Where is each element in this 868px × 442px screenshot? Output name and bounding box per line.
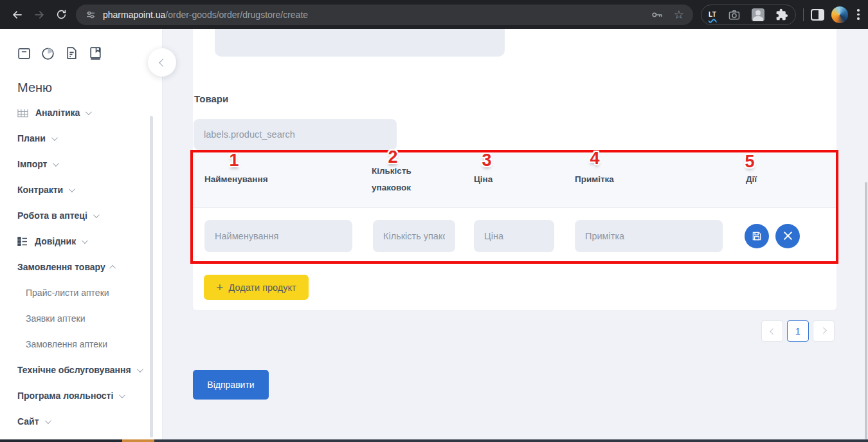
products-section-title: Товари	[194, 93, 228, 104]
pagination-next-button[interactable]	[813, 320, 835, 342]
page-scrollbar[interactable]	[865, 182, 867, 439]
pagination-prev-button[interactable]	[761, 320, 783, 342]
sidebar-item-loyalty[interactable]: Програма лояльності	[0, 383, 153, 409]
annotation-2: 2	[388, 147, 397, 167]
sidebar-shortcut-icons	[16, 45, 104, 61]
url-path: /order-goods/order/drugstore/create	[165, 10, 308, 20]
sidebar-item-analytics[interactable]: Аналітика	[0, 109, 153, 125]
column-header-note: Примітка	[563, 171, 734, 188]
extensions-puzzle-icon[interactable]	[775, 8, 788, 21]
sidebar-item-goods-order[interactable]: Замовлення товару	[0, 254, 153, 280]
chevron-left-icon	[770, 328, 776, 335]
sidebar-item-pharmacy-pricelists[interactable]: Прайс-листи аптеки	[0, 280, 153, 306]
main-content: Товари Найменування Кількість упаковок Ц…	[163, 29, 868, 442]
submit-button[interactable]: Відправити	[193, 370, 269, 400]
url-text: pharmapoint.ua/order-goods/order/drugsto…	[103, 10, 308, 20]
languagetool-extension-icon[interactable]: LT	[709, 11, 716, 18]
chevron-left-icon	[159, 59, 167, 67]
bookmark-star-icon[interactable]: ☆	[674, 9, 684, 21]
chevron-down-icon	[93, 212, 100, 218]
pagination: 1	[761, 320, 835, 342]
product-input-row	[193, 207, 836, 264]
product-search-input[interactable]	[194, 119, 397, 150]
save-floppy-icon	[751, 230, 763, 242]
save-row-button[interactable]	[745, 224, 769, 248]
toolbar-divider	[803, 8, 804, 21]
bottom-window-edge	[0, 439, 868, 442]
sidebar-scrollbar[interactable]	[150, 116, 153, 437]
archive-box-icon[interactable]	[16, 45, 32, 61]
list-icon	[17, 237, 28, 246]
sidebar-item-plans[interactable]: Плани	[0, 125, 153, 151]
sidebar-collapse-button[interactable]	[148, 48, 176, 77]
products-card: Товари Найменування Кількість упаковок Ц…	[193, 84, 836, 310]
sidebar-item-maintenance[interactable]: Технічне обслуговування	[0, 357, 153, 383]
url-domain: pharmapoint.ua	[103, 10, 165, 20]
sidebar-item-pharmacy-work[interactable]: Робота в аптеці	[0, 203, 153, 228]
side-panel-icon[interactable]	[811, 9, 824, 21]
document-icon[interactable]	[64, 45, 80, 61]
product-note-input[interactable]	[575, 220, 723, 252]
screen: pharmapoint.ua/order-goods/order/drugsto…	[0, 0, 868, 442]
chevron-down-icon	[86, 109, 92, 115]
sidebar-menu-title: Меню	[17, 80, 52, 95]
address-bar[interactable]: pharmapoint.ua/order-goods/order/drugsto…	[76, 5, 693, 25]
back-icon	[11, 8, 24, 21]
bottom-edge-orange-segment	[122, 439, 154, 442]
add-product-button[interactable]: + Додати продукт	[204, 275, 309, 300]
sidebar: Меню Аналітика Плани Імпорт Контракти Ро…	[0, 29, 163, 439]
pie-chart-icon[interactable]	[40, 45, 56, 61]
browser-toolbar: pharmapoint.ua/order-goods/order/drugsto…	[0, 0, 868, 29]
column-header-quantity: Кількість упаковок	[360, 163, 431, 197]
chevron-down-icon	[53, 160, 59, 167]
forward-button[interactable]	[28, 4, 50, 26]
camera-extension-icon[interactable]	[728, 8, 741, 21]
pagination-page-1-button[interactable]: 1	[787, 320, 809, 342]
sidebar-item-import[interactable]: Імпорт	[0, 151, 153, 177]
site-info-icon[interactable]	[85, 9, 96, 21]
chrome-menu-icon[interactable]	[854, 8, 863, 21]
reload-button[interactable]	[50, 4, 72, 26]
forward-icon	[33, 8, 46, 21]
sidebar-item-contracts[interactable]: Контракти	[0, 177, 153, 203]
back-button[interactable]	[6, 4, 28, 26]
reload-icon	[55, 8, 68, 21]
product-price-input[interactable]	[474, 220, 554, 252]
column-header-price: Ціна	[462, 171, 563, 188]
extensions-group: LT	[701, 5, 796, 25]
sidebar-item-site[interactable]: Сайт	[0, 409, 153, 434]
plus-icon: +	[216, 281, 223, 293]
chevron-right-icon	[820, 327, 826, 334]
product-quantity-input[interactable]	[373, 220, 455, 252]
chevron-up-icon	[109, 264, 116, 271]
chevron-down-icon	[82, 237, 88, 244]
passwords-key-icon[interactable]	[651, 8, 664, 21]
annotation-1: 1	[229, 151, 239, 170]
annotation-5: 5	[745, 152, 754, 172]
chevron-down-icon	[137, 366, 143, 373]
sidebar-item-pharmacy-orders[interactable]: Замовлення аптеки	[0, 331, 153, 357]
column-header-actions: Дії	[734, 171, 836, 188]
sidebar-nav: Аналітика Плани Імпорт Контракти Робота …	[0, 109, 153, 439]
empty-textarea[interactable]	[215, 29, 505, 57]
close-icon	[783, 231, 793, 241]
book-icon[interactable]	[87, 45, 104, 61]
grid-icon	[17, 109, 28, 118]
annotation-3: 3	[482, 151, 491, 170]
chevron-down-icon	[69, 186, 75, 192]
annotation-4: 4	[590, 149, 599, 169]
remove-row-button[interactable]	[775, 224, 800, 248]
profile-avatar[interactable]	[831, 6, 848, 23]
products-table-header: Найменування Кількість упаковок Ціна При…	[193, 152, 836, 207]
chevron-down-icon	[119, 392, 125, 398]
sidebar-item-directory[interactable]: Довідник	[0, 228, 153, 254]
chevron-down-icon	[51, 134, 58, 141]
product-name-input[interactable]	[204, 220, 352, 252]
chevron-down-icon	[44, 418, 51, 424]
column-header-name: Найменування	[193, 171, 360, 188]
profile-extension-icon[interactable]	[752, 8, 764, 21]
bottom-edge-right-segment	[154, 439, 868, 442]
sidebar-item-pharmacy-requests[interactable]: Заявки аптеки	[0, 306, 153, 331]
